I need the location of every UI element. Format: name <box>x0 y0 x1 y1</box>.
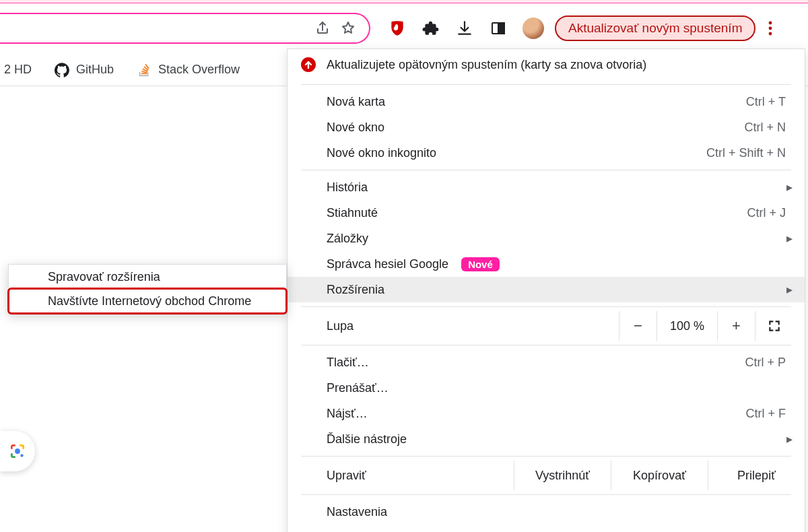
svg-point-7 <box>20 454 23 457</box>
svg-point-6 <box>15 448 20 454</box>
submenu-arrow-icon: ▸ <box>786 432 793 446</box>
share-icon[interactable] <box>314 20 331 37</box>
sidepanel-icon[interactable] <box>489 19 508 38</box>
menu-separator <box>301 456 791 457</box>
update-relaunch-button[interactable]: Aktualizovať novým spustením <box>555 15 755 41</box>
menu-shortcut: Ctrl + Shift + N <box>706 146 786 160</box>
submenu-arrow-icon: ▸ <box>786 282 793 297</box>
stackoverflow-icon <box>137 63 152 77</box>
download-icon[interactable] <box>455 19 474 38</box>
bookmark-item[interactable]: 2 HD <box>4 63 32 77</box>
menu-label: Nová karta <box>327 95 746 109</box>
menu-cast[interactable]: Prenášať… <box>288 375 805 401</box>
svg-point-3 <box>769 27 772 30</box>
menu-more-tools[interactable]: Ďalšie nástroje ▸ <box>288 426 805 452</box>
menu-separator <box>301 84 791 85</box>
google-lens-icon <box>9 442 26 460</box>
submenu-arrow-icon: ▸ <box>786 231 793 246</box>
ublock-icon[interactable] <box>388 19 407 38</box>
bookmark-item[interactable]: GitHub <box>55 63 114 77</box>
bookmark-item[interactable]: Stack Overflow <box>137 63 240 77</box>
menu-label: Nastavenia <box>327 505 786 519</box>
menu-shortcut: Ctrl + P <box>745 356 786 370</box>
menu-label: História <box>327 180 786 195</box>
bookmark-label: GitHub <box>76 63 114 77</box>
menu-separator <box>301 170 791 170</box>
submenu-visit-webstore[interactable]: Navštívte Internetový obchod Chrome <box>9 289 286 313</box>
menu-label: Upraviť <box>327 469 514 483</box>
chrome-main-menu: Aktualizujete opätovným spustením (karty… <box>287 48 805 532</box>
extensions-puzzle-icon[interactable] <box>422 19 440 38</box>
menu-label: Navštívte Internetový obchod Chrome <box>48 294 267 308</box>
menu-incognito[interactable]: Nové okno inkognito Ctrl + Shift + N <box>288 140 805 166</box>
update-arrow-icon <box>300 56 317 73</box>
window-top-strip <box>0 0 808 3</box>
menu-label: Prenášať… <box>327 381 786 395</box>
menu-shortcut: Ctrl + T <box>746 95 786 109</box>
edit-copy-button[interactable]: Kopírovať <box>611 461 708 490</box>
menu-bookmarks[interactable]: Záložky ▸ <box>288 226 805 251</box>
menu-label: Rozšírenia <box>327 283 786 297</box>
bookmark-star-icon[interactable] <box>339 20 357 37</box>
menu-shortcut: Ctrl + F <box>745 407 786 421</box>
menu-extensions[interactable]: Rozšírenia ▸ <box>288 277 805 302</box>
address-bar[interactable] <box>0 13 370 44</box>
menu-label: Nové okno <box>327 121 744 135</box>
menu-label: Spravovať rozšírenia <box>48 270 267 284</box>
menu-label: Záložky <box>327 232 786 246</box>
menu-shortcut: Ctrl + N <box>744 121 786 135</box>
update-relaunch-label: Aktualizovať novým spustením <box>568 21 742 36</box>
svg-point-2 <box>769 22 772 25</box>
menu-update-info-label: Aktualizujete opätovným spustením (karty… <box>327 58 786 72</box>
edit-cut-button[interactable]: Vystrihnúť <box>514 461 611 490</box>
toolbar-icons <box>388 18 544 39</box>
zoom-value: 100 % <box>656 311 717 341</box>
google-lens-button[interactable] <box>0 431 35 471</box>
submenu-manage-extensions[interactable]: Spravovať rozšírenia <box>9 265 286 289</box>
svg-rect-1 <box>498 23 504 34</box>
menu-label: Ďalšie nástroje <box>327 432 786 446</box>
bookmark-label: 2 HD <box>4 63 32 77</box>
svg-point-4 <box>769 32 772 36</box>
menu-separator <box>301 494 791 495</box>
menu-find[interactable]: Nájsť… Ctrl + F <box>288 401 805 426</box>
menu-label: Lupa <box>327 319 619 333</box>
kebab-menu-icon[interactable] <box>762 15 778 41</box>
menu-shortcut: Ctrl + J <box>747 206 786 220</box>
menu-label: Nájsť… <box>327 407 745 421</box>
profile-avatar[interactable] <box>523 18 544 39</box>
menu-zoom: Lupa − 100 % + <box>288 311 805 341</box>
submenu-arrow-icon: ▸ <box>786 180 793 195</box>
extensions-submenu: Spravovať rozšírenia Navštívte Interneto… <box>8 264 287 314</box>
fullscreen-button[interactable] <box>755 311 793 341</box>
menu-new-tab[interactable]: Nová karta Ctrl + T <box>288 89 805 114</box>
menu-edit: Upraviť Vystrihnúť Kopírovať Prilepiť <box>288 461 805 490</box>
menu-label: Tlačiť… <box>327 356 745 370</box>
menu-label: Nové okno inkognito <box>327 146 706 160</box>
menu-label-text: Správca hesiel Google <box>327 257 448 271</box>
zoom-in-button[interactable]: + <box>717 311 755 341</box>
menu-downloads[interactable]: Stiahnuté Ctrl + J <box>288 200 805 226</box>
new-badge: Nové <box>461 257 500 271</box>
edit-paste-button[interactable]: Prilepiť <box>708 461 805 490</box>
zoom-controls: − 100 % + <box>619 311 793 341</box>
menu-history[interactable]: História ▸ <box>288 174 805 200</box>
browser-toolbar: Aktualizovať novým spustením <box>0 8 808 48</box>
menu-separator <box>301 345 791 345</box>
menu-separator <box>301 306 791 307</box>
menu-new-window[interactable]: Nové okno Ctrl + N <box>288 114 805 140</box>
menu-print[interactable]: Tlačiť… Ctrl + P <box>288 350 805 375</box>
bookmark-label: Stack Overflow <box>158 63 240 77</box>
menu-settings[interactable]: Nastavenia <box>288 499 805 525</box>
zoom-out-button[interactable]: − <box>619 311 656 341</box>
menu-help[interactable]: Pomocník ▸ <box>288 525 805 532</box>
github-icon <box>55 63 69 77</box>
menu-update-info[interactable]: Aktualizujete opätovným spustením (karty… <box>288 49 805 80</box>
menu-password-manager[interactable]: Správca hesiel Google Nové <box>288 251 805 277</box>
menu-label: Stiahnuté <box>327 206 747 220</box>
menu-label: Správca hesiel Google Nové <box>327 257 786 271</box>
